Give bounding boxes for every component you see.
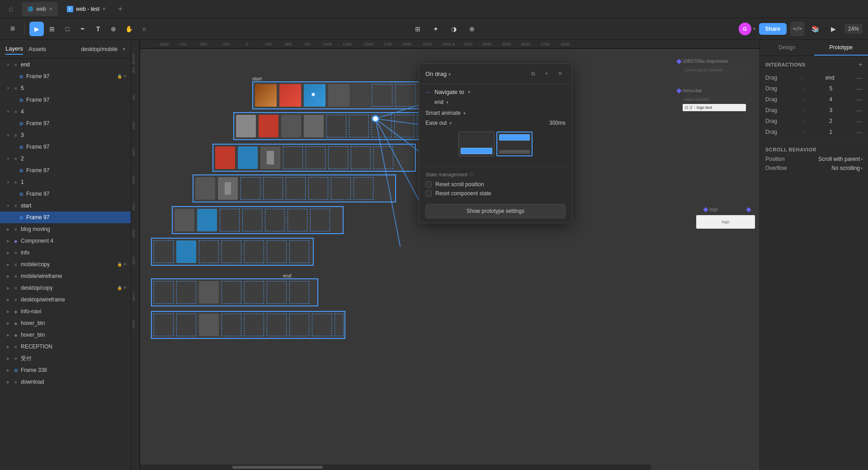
layer-download[interactable]: ▶ ≡ download xyxy=(0,376,131,388)
comment-tool[interactable]: ○ xyxy=(137,22,151,36)
logo-thumbnail: logo xyxy=(696,215,755,229)
tab-web[interactable]: 🌐 web ✕ xyxy=(22,2,58,16)
zoom-level[interactable]: 24% xyxy=(844,24,863,34)
layer-info[interactable]: ▶ ≡ info xyxy=(0,247,131,258)
proto-dest-dropdown[interactable]: ▾ xyxy=(446,100,448,105)
grid-view-button[interactable]: ⊞ xyxy=(410,22,425,36)
assets-tab[interactable]: Assets xyxy=(28,44,46,54)
f3-dashed-3 xyxy=(328,146,348,169)
text-tool[interactable]: T xyxy=(91,22,105,36)
dashed-2 xyxy=(395,84,416,107)
layer-frame97-end[interactable]: ⊞ Frame 97 🔒 👁 xyxy=(0,70,131,82)
remove-3-button[interactable]: — xyxy=(856,107,863,114)
user-avatar[interactable]: G xyxy=(739,23,751,35)
overflow-value-button[interactable]: No scrolling ▾ xyxy=(831,165,863,171)
frame-3[interactable] xyxy=(212,144,416,172)
plugin-button[interactable]: ✦ xyxy=(429,22,443,36)
layer-blog-moving[interactable]: ▶ ≡ blog moving xyxy=(0,223,131,235)
frame-6[interactable] xyxy=(151,238,314,266)
theme-button[interactable]: ◑ xyxy=(447,22,461,36)
main-menu-button[interactable]: ≡ xyxy=(5,22,20,36)
layers-tab[interactable]: Layers xyxy=(5,43,23,55)
proto-nav-dropdown[interactable]: ▾ xyxy=(468,89,470,94)
frame-tool[interactable]: ⊞ xyxy=(45,22,59,36)
component-tool[interactable]: ⊕ xyxy=(106,22,121,36)
frame-4[interactable] xyxy=(193,174,396,202)
toolbar-divider-1 xyxy=(24,24,25,34)
show-prototype-settings-button[interactable]: Show prototype settings xyxy=(425,204,566,218)
frame-end[interactable] xyxy=(151,278,318,306)
proto-close-button[interactable]: ✕ xyxy=(555,68,566,79)
remove-end-button[interactable]: — xyxy=(856,74,863,81)
new-tab-button[interactable]: + xyxy=(115,4,126,14)
proto-add-button[interactable]: + xyxy=(541,68,552,79)
pen-tool[interactable]: ✒ xyxy=(75,22,90,36)
layer-frame97-1[interactable]: ⊞ Frame 97 xyxy=(0,188,131,200)
layer-hover-btn2[interactable]: ▶ ◈ hover_btn xyxy=(0,329,131,341)
avatar-dropdown-arrow[interactable]: ▾ xyxy=(753,26,755,31)
layer-info-navi[interactable]: ▶ ◈ info-navi xyxy=(0,306,131,317)
more-button[interactable]: ⊕ xyxy=(465,22,479,36)
layer-3[interactable]: ▼ ≡ 3 xyxy=(0,129,131,141)
library-button[interactable]: 📚 xyxy=(808,22,823,36)
page-selector[interactable]: desktop/mobile xyxy=(81,46,118,52)
layer-start[interactable]: ▼ ≡ start xyxy=(0,200,131,212)
reset-scroll-checkbox[interactable] xyxy=(425,181,432,188)
frame-2[interactable] xyxy=(233,112,441,140)
layer-component4[interactable]: ▶ ◈ Component 4 xyxy=(0,235,131,247)
diamond-icon-1 xyxy=(676,59,681,64)
remove-1-button[interactable]: — xyxy=(856,128,863,136)
scrollbar-thumb[interactable] xyxy=(232,466,323,469)
tab-web-close[interactable]: ✕ xyxy=(49,6,52,11)
layer-2[interactable]: ▼ ≡ 2 xyxy=(0,153,131,164)
proto-duplicate-button[interactable]: ⧉ xyxy=(528,68,538,79)
layer-frame97-2[interactable]: ⊞ Frame 97 xyxy=(0,164,131,176)
remove-5-button[interactable]: — xyxy=(856,85,863,92)
code-view-button[interactable]: </> xyxy=(790,22,805,36)
layer-mobile-copy[interactable]: ▶ ≡ mobile/copy 🔒 👁 xyxy=(0,258,131,270)
tab-file-close[interactable]: ✕ xyxy=(102,6,106,11)
proto-anim-dropdown[interactable]: ▾ xyxy=(463,111,466,116)
layer-frame97-3[interactable]: ⊞ Frame 97 xyxy=(0,141,131,153)
horizontal-scrollbar[interactable] xyxy=(140,465,651,470)
page-selector-arrow[interactable]: ▾ xyxy=(123,47,125,52)
layer-payment[interactable]: ▶ ≡ 受付 xyxy=(0,352,131,364)
remove-2-button[interactable]: — xyxy=(856,118,863,125)
frame-5[interactable] xyxy=(172,206,344,234)
layer-frame338[interactable]: ▶ ⊞ Frame 338 xyxy=(0,364,131,376)
layer-frame97-start[interactable]: ⊞ Frame 97 xyxy=(0,212,131,223)
add-interaction-button[interactable]: + xyxy=(859,61,863,69)
reset-component-checkbox[interactable] xyxy=(425,190,432,197)
remove-4-button[interactable]: — xyxy=(856,96,863,103)
layer-frame97-4[interactable]: ⊞ Frame 97 xyxy=(0,118,131,129)
layer-4[interactable]: ▼ ≡ 4 xyxy=(0,106,131,118)
eye-icon: 👁 xyxy=(123,74,127,79)
present-button[interactable]: ▶ xyxy=(826,22,841,36)
layer-desktop-wireframe[interactable]: ▶ ≡ desktop/wireframe xyxy=(0,294,131,306)
layer-5[interactable]: ▼ ≡ 5 xyxy=(0,82,131,94)
proto-ease-dropdown[interactable]: ▾ xyxy=(449,121,452,126)
frame-8[interactable] xyxy=(151,311,345,339)
layer-end[interactable]: ▼ ≡ end xyxy=(0,59,131,70)
position-value-button[interactable]: Scroll with parent ▾ xyxy=(818,156,863,162)
design-tab[interactable]: Design xyxy=(760,40,814,56)
ruler-v-label-1500: 1500 xyxy=(132,175,136,183)
layer-info-navi-label: info-navi xyxy=(21,308,127,315)
layer-desktop-copy[interactable]: ▶ ≡ desktop/copy 🔒 👁 xyxy=(0,282,131,294)
ruler-label-500: 500 xyxy=(285,42,292,47)
shape-tool[interactable]: □ xyxy=(60,22,75,36)
select-tool[interactable]: ▶ xyxy=(29,22,44,36)
layer-mobile-wireframe[interactable]: ▶ ≡ mobile/wireframe xyxy=(0,270,131,282)
prototype-tab[interactable]: Prototype xyxy=(814,40,868,56)
share-button[interactable]: Share xyxy=(759,23,787,35)
hand-tool[interactable]: ✋ xyxy=(122,22,136,36)
tab-file[interactable]: F web - test ✕ xyxy=(61,2,111,16)
toolbar: ≡ ▶ ⊞ □ ✒ T ⊕ ✋ ○ ⊞ ✦ ◑ ⊕ G ▾ Share </> … xyxy=(0,18,868,40)
layer-hover-btn[interactable]: ▶ ◈ hover_btn xyxy=(0,317,131,329)
layer-frame97-5-label: Frame 97 xyxy=(26,97,127,103)
layer-frame97-5[interactable]: ⊞ Frame 97 xyxy=(0,94,131,106)
proto-trigger-dropdown[interactable]: ▾ xyxy=(448,72,451,77)
home-icon[interactable]: ⌂ xyxy=(4,2,18,16)
layer-reception[interactable]: ▶ ≡ RECEPTION xyxy=(0,341,131,352)
layer-1[interactable]: ▼ ≡ 1 xyxy=(0,176,131,188)
